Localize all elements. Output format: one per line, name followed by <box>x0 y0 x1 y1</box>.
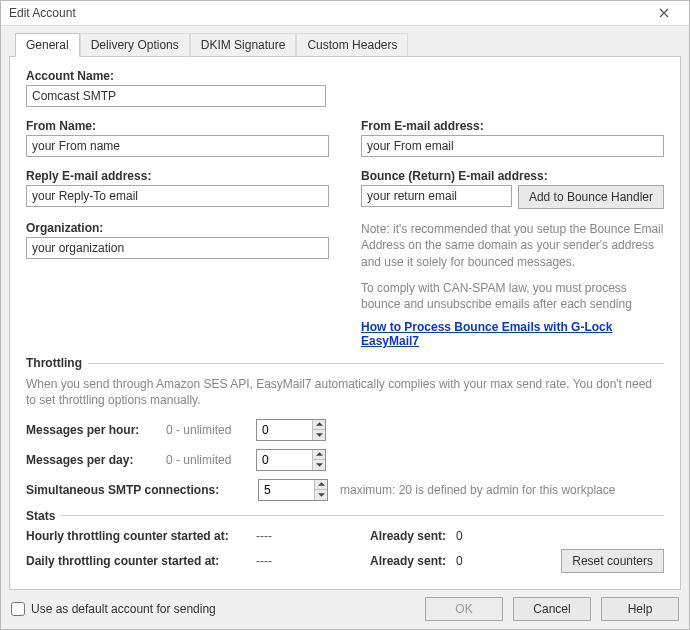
hourly-counter-label: Hourly throttling counter started at: <box>26 529 256 543</box>
smtp-connections-label: Simultaneous SMTP connections: <box>26 483 258 497</box>
messages-per-hour-hint: 0 - unlimited <box>166 423 256 437</box>
spin-up-icon[interactable] <box>315 480 327 491</box>
bounce-note-2: To comply with CAN-SPAM law, you must pr… <box>361 280 664 312</box>
reset-counters-button[interactable]: Reset counters <box>561 549 664 573</box>
tab-strip: General Delivery Options DKIM Signature … <box>15 33 681 57</box>
default-account-checkbox[interactable] <box>11 602 25 616</box>
cancel-button[interactable]: Cancel <box>513 597 591 621</box>
bounce-email-input[interactable] <box>361 185 512 207</box>
messages-per-hour-input[interactable] <box>257 420 312 440</box>
account-name-label: Account Name: <box>26 69 326 83</box>
daily-already-sent-value: 0 <box>456 554 496 568</box>
organization-label: Organization: <box>26 221 329 235</box>
messages-per-hour-label: Messages per hour: <box>26 423 166 437</box>
reply-email-input[interactable] <box>26 185 329 207</box>
tab-dkim-signature[interactable]: DKIM Signature <box>190 33 297 57</box>
window-title: Edit Account <box>9 6 76 20</box>
tab-delivery-options[interactable]: Delivery Options <box>80 33 190 57</box>
bounce-help-link[interactable]: How to Process Bounce Emails with G-Lock… <box>361 320 612 348</box>
smtp-connections-stepper[interactable] <box>258 479 328 501</box>
add-to-bounce-handler-button[interactable]: Add to Bounce Handler <box>518 185 664 209</box>
spin-up-icon[interactable] <box>313 450 325 461</box>
spin-up-icon[interactable] <box>313 420 325 431</box>
throttling-section-header: Throttling <box>26 356 664 370</box>
spin-down-icon[interactable] <box>313 460 325 470</box>
spin-down-icon[interactable] <box>315 490 327 500</box>
reply-email-label: Reply E-mail address: <box>26 169 329 183</box>
throttling-intro: When you send through Amazon SES API, Ea… <box>26 376 664 408</box>
organization-input[interactable] <box>26 237 329 259</box>
stats-section-header: Stats <box>26 509 664 523</box>
from-name-input[interactable] <box>26 135 329 157</box>
throttling-title: Throttling <box>26 356 88 370</box>
messages-per-hour-stepper[interactable] <box>256 419 326 441</box>
default-account-checkbox-wrap[interactable]: Use as default account for sending <box>11 602 415 616</box>
spin-down-icon[interactable] <box>313 430 325 440</box>
help-button[interactable]: Help <box>601 597 679 621</box>
smtp-connections-note: maximum: 20 is defined by admin for this… <box>340 483 664 497</box>
default-account-label: Use as default account for sending <box>31 602 216 616</box>
hourly-counter-value: ---- <box>256 529 346 543</box>
account-name-input[interactable] <box>26 85 326 107</box>
hourly-already-sent-value: 0 <box>456 529 496 543</box>
messages-per-day-hint: 0 - unlimited <box>166 453 256 467</box>
tab-custom-headers[interactable]: Custom Headers <box>296 33 408 57</box>
tab-panel-general: Account Name: From Name: From E-mail add… <box>9 56 681 589</box>
from-email-label: From E-mail address: <box>361 119 664 133</box>
close-button[interactable] <box>647 1 681 25</box>
messages-per-day-input[interactable] <box>257 450 312 470</box>
dialog-footer: Use as default account for sending OK Ca… <box>1 590 689 629</box>
messages-per-day-stepper[interactable] <box>256 449 326 471</box>
content-area: General Delivery Options DKIM Signature … <box>1 26 689 589</box>
bounce-note-1: Note: it's recommended that you setup th… <box>361 221 664 270</box>
messages-per-day-label: Messages per day: <box>26 453 166 467</box>
hourly-already-sent-label: Already sent: <box>346 529 446 543</box>
from-name-label: From Name: <box>26 119 329 133</box>
stats-title: Stats <box>26 509 61 523</box>
ok-button[interactable]: OK <box>425 597 503 621</box>
smtp-connections-input[interactable] <box>259 480 314 500</box>
bounce-email-label: Bounce (Return) E-mail address: <box>361 169 664 183</box>
daily-counter-value: ---- <box>256 554 346 568</box>
tab-general[interactable]: General <box>15 33 80 57</box>
edit-account-dialog: Edit Account General Delivery Options DK… <box>0 0 690 630</box>
titlebar: Edit Account <box>1 1 689 26</box>
daily-counter-label: Daily throttling counter started at: <box>26 554 256 568</box>
daily-already-sent-label: Already sent: <box>346 554 446 568</box>
from-email-input[interactable] <box>361 135 664 157</box>
close-icon <box>659 8 669 18</box>
